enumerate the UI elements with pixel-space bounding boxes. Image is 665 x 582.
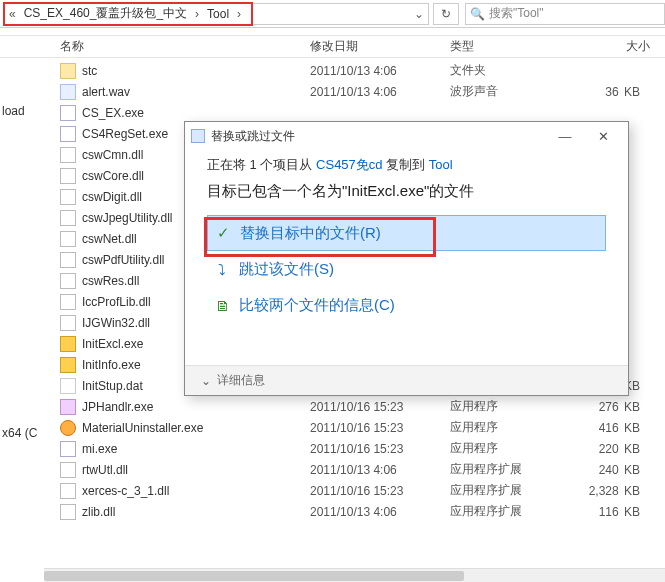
file-icon: [60, 420, 76, 436]
file-icon: [60, 147, 76, 163]
column-header-name[interactable]: 名称: [60, 38, 310, 55]
file-icon: [60, 294, 76, 310]
horizontal-scrollbar[interactable]: [44, 568, 665, 582]
file-icon: [60, 357, 76, 373]
file-row[interactable]: stc2011/10/13 4:06文件夹: [44, 60, 665, 81]
file-date: 2011/10/16 15:23: [310, 400, 450, 414]
file-type: 应用程序: [450, 419, 580, 436]
scrollbar-thumb[interactable]: [44, 571, 464, 581]
file-date: 2011/10/16 15:23: [310, 484, 450, 498]
file-row[interactable]: rtwUtl.dll2011/10/13 4:06应用程序扩展240 KB: [44, 459, 665, 480]
dialog-title-icon: [191, 129, 205, 143]
breadcrumb[interactable]: « CS_EX_460_覆盖升级包_中文 › Tool › ⌄: [4, 3, 429, 25]
file-icon: [60, 399, 76, 415]
file-date: 2011/10/13 4:06: [310, 505, 450, 519]
file-type: 应用程序扩展: [450, 503, 580, 520]
file-name: mi.exe: [82, 442, 310, 456]
search-icon: 🔍: [470, 7, 485, 21]
file-icon: [60, 273, 76, 289]
refresh-button[interactable]: ↻: [433, 3, 459, 25]
file-icon: [60, 462, 76, 478]
file-date: 2011/10/13 4:06: [310, 85, 450, 99]
close-icon: ✕: [598, 129, 609, 144]
file-row[interactable]: alert.wav2011/10/13 4:06波形声音36 KB: [44, 81, 665, 102]
close-button[interactable]: ✕: [584, 126, 622, 146]
file-icon: [60, 336, 76, 352]
search-input[interactable]: 🔍 搜索"Tool": [465, 3, 665, 25]
file-row[interactable]: JPHandlr.exe2011/10/16 15:23应用程序276 KB: [44, 396, 665, 417]
file-icon: [60, 168, 76, 184]
column-header-type[interactable]: 类型: [450, 38, 580, 55]
chevron-down-icon[interactable]: ⌄: [410, 7, 428, 21]
file-size: 36 KB: [580, 85, 640, 99]
file-type: 应用程序扩展: [450, 461, 580, 478]
file-icon: [60, 378, 76, 394]
file-type: 应用程序: [450, 398, 580, 415]
file-type: 文件夹: [450, 62, 580, 79]
skip-option-label: 跳过该文件(S): [239, 260, 334, 279]
file-name: alert.wav: [82, 85, 310, 99]
source-link[interactable]: CS457免cd: [316, 157, 382, 172]
file-icon: [60, 252, 76, 268]
file-icon: [60, 504, 76, 520]
dialog-body: 正在将 1 个项目从 CS457免cd 复制到 Tool 目标已包含一个名为"I…: [185, 150, 628, 323]
refresh-icon: ↻: [441, 7, 451, 21]
file-name: JPHandlr.exe: [82, 400, 310, 414]
file-name: zlib.dll: [82, 505, 310, 519]
chevron-down-icon: ⌄: [201, 374, 211, 388]
file-size: 240 KB: [580, 463, 640, 477]
dialog-footer[interactable]: ⌄ 详细信息: [185, 365, 628, 395]
skip-icon: ⤵: [213, 260, 231, 278]
file-icon: [60, 63, 76, 79]
details-label: 详细信息: [217, 372, 265, 389]
file-date: 2011/10/16 15:23: [310, 442, 450, 456]
replace-option-label: 替换目标中的文件(R): [240, 224, 381, 243]
file-row[interactable]: xerces-c_3_1.dll2011/10/16 15:23应用程序扩展2,…: [44, 480, 665, 501]
minimize-button[interactable]: —: [546, 126, 584, 146]
dialog-options: ✓ 替换目标中的文件(R) ⤵ 跳过该文件(S) 🗎 比较两个文件的信息(C): [207, 215, 606, 323]
file-name: MaterialUninstaller.exe: [82, 421, 310, 435]
file-icon: [60, 441, 76, 457]
file-size: 116 KB: [580, 505, 640, 519]
file-name: rtwUtl.dll: [82, 463, 310, 477]
file-icon: [60, 105, 76, 121]
check-icon: ✓: [214, 224, 232, 242]
destination-link[interactable]: Tool: [429, 157, 453, 172]
dialog-titlebar[interactable]: 替换或跳过文件 — ✕: [185, 122, 628, 150]
file-size: 220 KB: [580, 442, 640, 456]
file-icon: [60, 231, 76, 247]
search-placeholder: 搜索"Tool": [489, 5, 544, 22]
file-icon: [60, 84, 76, 100]
file-date: 2011/10/16 15:23: [310, 421, 450, 435]
breadcrumb-item[interactable]: CS_EX_460_覆盖升级包_中文: [20, 5, 191, 22]
file-icon: [60, 189, 76, 205]
file-row[interactable]: MaterialUninstaller.exe2011/10/16 15:23应…: [44, 417, 665, 438]
file-icon: [60, 126, 76, 142]
file-date: 2011/10/13 4:06: [310, 463, 450, 477]
replace-option[interactable]: ✓ 替换目标中的文件(R): [207, 215, 606, 251]
column-header-row: 名称 修改日期 类型 大小: [0, 36, 665, 58]
column-header-size[interactable]: 大小: [580, 38, 650, 55]
nav-item[interactable]: x64 (C: [0, 422, 44, 444]
file-row[interactable]: CS_EX.exe: [44, 102, 665, 123]
dialog-copy-line: 正在将 1 个项目从 CS457免cd 复制到 Tool: [207, 156, 606, 174]
skip-option[interactable]: ⤵ 跳过该文件(S): [207, 251, 606, 287]
file-name: CS_EX.exe: [82, 106, 310, 120]
address-bar: « CS_EX_460_覆盖升级包_中文 › Tool › ⌄ ↻ 🔍 搜索"T…: [0, 0, 665, 28]
file-name: stc: [82, 64, 310, 78]
file-row[interactable]: zlib.dll2011/10/13 4:06应用程序扩展116 KB: [44, 501, 665, 522]
file-type: 应用程序: [450, 440, 580, 457]
file-date: 2011/10/13 4:06: [310, 64, 450, 78]
file-type: 波形声音: [450, 83, 580, 100]
breadcrumb-item[interactable]: Tool: [203, 7, 233, 21]
file-size: 416 KB: [580, 421, 640, 435]
breadcrumb-back-icon[interactable]: «: [5, 7, 20, 21]
file-icon: [60, 210, 76, 226]
minimize-icon: —: [559, 129, 572, 144]
file-name: xerces-c_3_1.dll: [82, 484, 310, 498]
compare-option[interactable]: 🗎 比较两个文件的信息(C): [207, 287, 606, 323]
file-row[interactable]: mi.exe2011/10/16 15:23应用程序220 KB: [44, 438, 665, 459]
nav-item[interactable]: load: [0, 100, 44, 122]
file-size: 276 KB: [580, 400, 640, 414]
column-header-date[interactable]: 修改日期: [310, 38, 450, 55]
